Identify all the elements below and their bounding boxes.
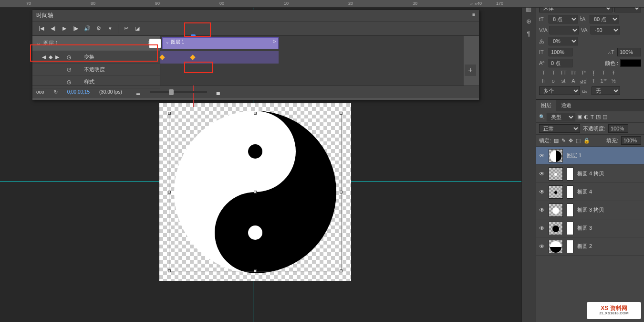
bold-button[interactable]: T (539, 70, 548, 76)
zoom-slider[interactable] (150, 91, 207, 93)
layer-item[interactable]: 👁 椭圆 4 (536, 183, 644, 201)
lock-all-icon[interactable]: 🔒 (583, 138, 590, 144)
visibility-icon[interactable]: 👁 (539, 243, 545, 250)
transform-handle[interactable] (254, 112, 257, 115)
transform-center[interactable] (254, 191, 257, 193)
next-keyframe-icon[interactable]: ▶ (55, 54, 59, 60)
zoom-in-icon[interactable]: ▄ (217, 89, 220, 95)
lock-artboard-icon[interactable]: ⬚ (576, 138, 581, 144)
discretionary-button[interactable]: st (559, 78, 568, 84)
panel-collapse-button[interactable]: « × (470, 1, 477, 7)
visibility-icon[interactable]: 👁 (539, 189, 545, 195)
timeline-prop-row[interactable]: ◀ ◆ ▶ ◷ 变换 (32, 51, 160, 64)
filter-adjust-icon[interactable]: ◐ (584, 114, 589, 120)
hscale-input[interactable] (617, 48, 641, 56)
visibility-icon[interactable]: 👁 (539, 171, 545, 177)
timeline-layer-row[interactable]: ⌄ 图层 1 ⊞ ▾ (32, 36, 160, 51)
transform-handle[interactable] (340, 269, 343, 272)
kerning-select[interactable] (550, 26, 579, 34)
layer-item[interactable]: 👁 图层 1 (536, 147, 644, 165)
layer-item[interactable]: 👁 椭圆 2 (536, 237, 644, 256)
color-swatch[interactable] (620, 59, 641, 67)
subscript-button[interactable]: T̩ (589, 70, 598, 76)
filter-shape-icon[interactable]: ◳ (596, 114, 601, 120)
filter-type-select[interactable]: 类型 (547, 113, 575, 121)
smallcaps-button[interactable]: Tᴛ (569, 70, 578, 76)
stylistic-button[interactable]: a̲d̲ (579, 78, 588, 84)
superscript-button[interactable]: Tᵗ (579, 70, 588, 76)
antialias-select[interactable]: 无 (592, 86, 620, 95)
swash-button[interactable]: A (569, 78, 578, 84)
loop-icon[interactable]: ↻ (54, 89, 58, 95)
filter-type-icon[interactable]: T (591, 114, 594, 120)
allcaps-button[interactable]: TT (559, 70, 568, 76)
timeline-prop-row[interactable]: ◷ 样式 (32, 76, 160, 88)
footer-mode[interactable]: ooo (36, 89, 44, 95)
baseline-input[interactable] (549, 59, 572, 67)
transition-button[interactable]: ◪ (132, 23, 143, 34)
stopwatch-icon[interactable]: ◷ (67, 79, 72, 85)
font-size-select[interactable]: 8 点 (549, 15, 578, 23)
filter-smart-icon[interactable]: ◫ (602, 114, 607, 120)
scale-select[interactable]: 0% (549, 37, 578, 45)
zoom-out-icon[interactable]: ▂ (136, 89, 140, 95)
keyframe-icon[interactable] (190, 54, 195, 60)
underline-button[interactable]: T (599, 70, 608, 76)
dock-icon[interactable]: ¶ (522, 28, 535, 39)
vscale-input[interactable] (549, 48, 572, 56)
keyframe-toggle-icon[interactable]: ◆ (49, 54, 52, 60)
transform-handle[interactable] (340, 191, 343, 193)
visibility-icon[interactable]: 👁 (539, 207, 545, 214)
visibility-icon[interactable]: 👁 (539, 152, 545, 159)
split-button[interactable]: ✂ (121, 23, 131, 34)
ordinals-button[interactable]: 1ˢᵗ (599, 78, 608, 84)
fill-input[interactable] (621, 136, 641, 145)
stopwatch-icon[interactable]: ◷ (67, 54, 72, 60)
italic-button[interactable]: T (549, 70, 558, 76)
language-select[interactable]: 多个 (539, 86, 580, 95)
timeline-prop-row[interactable]: ◷ 不透明度 (32, 64, 160, 76)
layer-item[interactable]: 👁 椭圆 3 (536, 219, 644, 237)
settings-button[interactable]: ⚙ (93, 23, 104, 34)
timecode-label[interactable]: 0;00;00;15 (67, 89, 90, 95)
line-height-select[interactable]: 80 点 (590, 15, 619, 23)
layer-name[interactable]: 椭圆 3 拷贝 (577, 206, 604, 214)
panel-menu-icon[interactable]: ≡ (472, 12, 475, 17)
transform-handle[interactable] (254, 269, 257, 272)
alternate-button[interactable]: σ (549, 78, 558, 84)
audio-button[interactable]: 🔊 (82, 23, 93, 34)
timeline-tracks-right[interactable]: ⌄ 图层 1 ▷ (160, 36, 464, 86)
expand-icon[interactable]: ⌄ (36, 40, 41, 46)
visibility-icon[interactable]: 👁 (539, 225, 545, 232)
lock-transparent-icon[interactable]: ▨ (554, 138, 559, 144)
keyframe-icon[interactable] (159, 54, 165, 60)
dropdown-icon[interactable]: ▾ (105, 23, 115, 34)
stopwatch-icon[interactable]: ◷ (67, 66, 72, 73)
layer-item[interactable]: 👁 椭圆 4 拷贝 (536, 165, 644, 183)
tracking-select[interactable]: -50 (591, 26, 620, 34)
transform-handle[interactable] (168, 191, 171, 193)
layer-name[interactable]: 图层 1 (567, 152, 582, 159)
prev-keyframe-icon[interactable]: ◀ (42, 54, 46, 60)
transform-handle[interactable] (168, 112, 171, 115)
layer-name[interactable]: 椭圆 4 拷贝 (577, 170, 604, 177)
add-track-button[interactable]: + (465, 64, 476, 76)
first-frame-button[interactable]: |◀ (36, 23, 47, 34)
timeline-clip[interactable]: ⌄ 图层 1 ▷ (162, 37, 279, 49)
layer-name[interactable]: 椭圆 3 (577, 225, 592, 232)
zoom-handle[interactable] (169, 89, 174, 95)
tab-channels[interactable]: 通道 (556, 100, 576, 111)
fractions-button[interactable]: ½ (609, 78, 618, 84)
titling-button[interactable]: T (589, 78, 598, 84)
keyframe-track[interactable] (160, 51, 279, 64)
ligature-button[interactable]: fi (539, 78, 548, 84)
strikethrough-button[interactable]: Ŧ (609, 70, 618, 76)
dock-icon[interactable]: ⊕ (522, 15, 535, 27)
layer-name[interactable]: 椭圆 4 (577, 188, 592, 195)
transform-handle[interactable] (168, 269, 171, 272)
layer-name[interactable]: 椭圆 2 (577, 243, 592, 250)
play-button[interactable]: ▶ (59, 23, 70, 34)
tab-layers[interactable]: 图层 (536, 100, 556, 111)
prev-frame-button[interactable]: ◀| (48, 23, 58, 34)
lock-pixels-icon[interactable]: ✎ (561, 138, 566, 144)
